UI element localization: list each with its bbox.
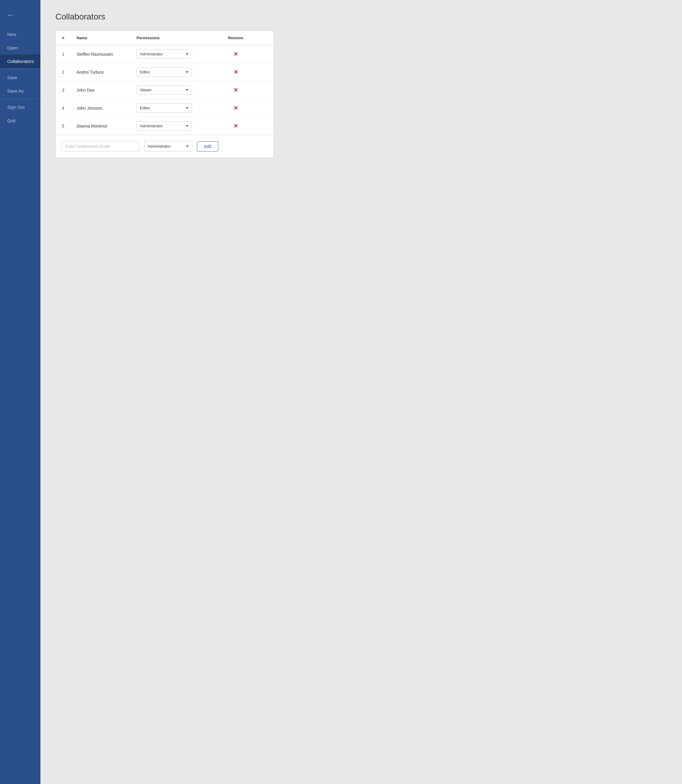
row-permission-cell: AdministratorEditorViewer (131, 117, 198, 135)
remove-x-icon: ✕ (234, 70, 238, 75)
row-number: 5 (56, 117, 71, 135)
remove-x-icon: ✕ (234, 88, 238, 93)
row-number: 4 (56, 99, 71, 117)
row-permission-cell: AdministratorEditorViewer (131, 63, 198, 81)
row-name: John Doe (71, 81, 131, 99)
remove-collaborator-button[interactable]: ✕ (204, 70, 268, 75)
table-row: 2Andrei TuduceAdministratorEditorViewer✕ (56, 63, 274, 81)
sidebar-item-collaborators[interactable]: Collaborators (0, 54, 40, 68)
remove-x-icon: ✕ (234, 123, 238, 129)
collaborators-card: # Name Permissions Remove 1Steffen Rasmu… (56, 30, 274, 158)
remove-collaborator-button[interactable]: ✕ (204, 105, 268, 111)
sidebar-item-save[interactable]: Save (0, 71, 40, 84)
header-remove: Remove (198, 31, 274, 45)
row-number: 3 (56, 81, 71, 99)
table-row: 3John DoeAdministratorEditorViewer✕ (56, 81, 274, 99)
row-remove-cell: ✕ (198, 63, 274, 81)
header-num: # (56, 31, 71, 45)
row-number: 2 (56, 63, 71, 81)
sidebar-item-save-as[interactable]: Save As (0, 84, 40, 98)
permission-select[interactable]: AdministratorEditorViewer (137, 121, 192, 131)
back-button[interactable]: ← (0, 6, 40, 25)
permission-select[interactable]: AdministratorEditorViewer (137, 49, 192, 59)
header-name: Name (71, 31, 131, 45)
back-icon: ← (7, 11, 14, 19)
remove-x-icon: ✕ (234, 105, 238, 111)
sidebar-item-new[interactable]: New (0, 27, 40, 41)
header-permissions: Permissions (131, 31, 198, 45)
add-permission-select[interactable]: AdministratorEditorViewer (144, 141, 192, 151)
row-number: 1 (56, 45, 71, 63)
permission-select[interactable]: AdministratorEditorViewer (137, 103, 192, 113)
row-name: John Jonsson (71, 99, 131, 117)
permission-select[interactable]: AdministratorEditorViewer (137, 85, 192, 95)
remove-collaborator-button[interactable]: ✕ (204, 88, 268, 93)
table-row: 1Steffen RasmussenAdministratorEditorVie… (56, 45, 274, 63)
remove-collaborator-button[interactable]: ✕ (204, 51, 268, 57)
remove-collaborator-button[interactable]: ✕ (204, 123, 268, 129)
permission-select[interactable]: AdministratorEditorViewer (137, 67, 192, 76)
row-permission-cell: AdministratorEditorViewer (131, 45, 198, 63)
sidebar-item-sign-out[interactable]: Sign Out (0, 100, 40, 114)
row-permission-cell: AdministratorEditorViewer (131, 81, 198, 99)
collaborators-table: # Name Permissions Remove 1Steffen Rasmu… (56, 31, 274, 135)
page-title: Collaborators (56, 12, 667, 22)
table-row: 4John JonssonAdministratorEditorViewer✕ (56, 99, 274, 117)
row-name: Andrei Tuduce (71, 63, 131, 81)
add-collaborator-button[interactable]: Add (197, 141, 218, 151)
row-name: Steffen Rasmussen (71, 45, 131, 63)
row-remove-cell: ✕ (198, 81, 274, 99)
sidebar: ← NewOpenCollaboratorsSaveSave AsSign Ou… (0, 0, 40, 784)
sidebar-nav: NewOpenCollaboratorsSaveSave AsSign OutQ… (0, 27, 40, 127)
row-remove-cell: ✕ (198, 117, 274, 135)
sidebar-item-quit[interactable]: Quit (0, 114, 40, 127)
sidebar-item-open[interactable]: Open (0, 41, 40, 54)
row-name: Dianna Mortimor (71, 117, 131, 135)
row-remove-cell: ✕ (198, 99, 274, 117)
remove-x-icon: ✕ (234, 51, 238, 57)
main-content: Collaborators # Name Permissions Remove … (40, 0, 682, 784)
row-remove-cell: ✕ (198, 45, 274, 63)
table-row: 5Dianna MortimorAdministratorEditorViewe… (56, 117, 274, 135)
row-permission-cell: AdministratorEditorViewer (131, 99, 198, 117)
collaborator-email-input[interactable] (62, 141, 140, 151)
add-collaborator-form: AdministratorEditorViewer Add (56, 135, 274, 158)
